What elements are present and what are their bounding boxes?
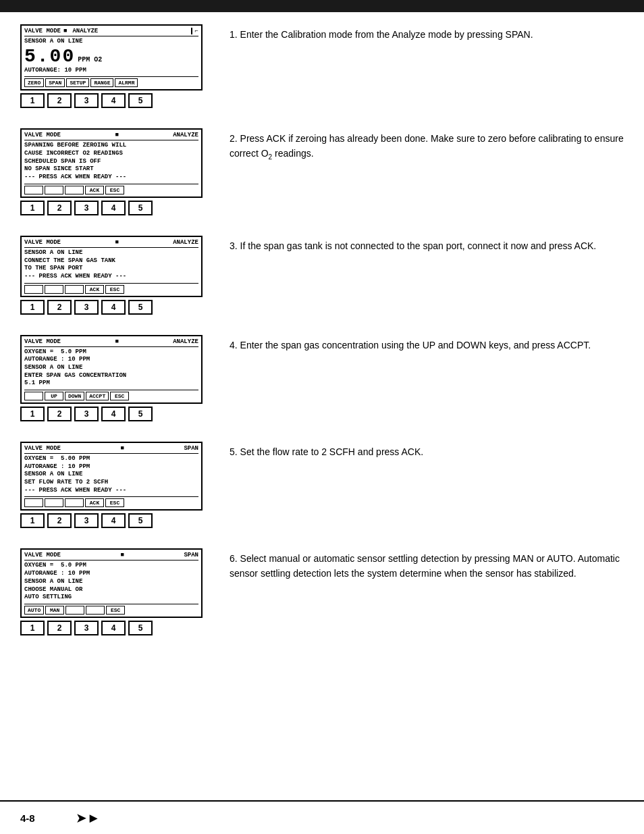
num-btn-3-1[interactable]: 1 (20, 300, 45, 315)
s4-l5: 5.1 PPM (24, 380, 198, 388)
s6-l3: SENSOR A ON LINE (24, 578, 198, 586)
header-right-6: SPAN (184, 552, 198, 558)
btn-4-esc[interactable]: ESC (110, 392, 129, 400)
num-btn-6-5[interactable]: 5 (128, 621, 153, 635)
button-row-1: ZERO SPAN SETUP RANGE ALRMR (24, 76, 198, 87)
num-btn-6-4[interactable]: 4 (101, 621, 126, 635)
btn-6-auto[interactable]: AUTO (24, 606, 44, 615)
btn-5-esc[interactable]: ESC (105, 498, 124, 507)
btn-2-empty2 (45, 186, 63, 194)
btn-3-empty1 (24, 285, 43, 294)
btn-3-esc[interactable]: ESC (105, 285, 124, 294)
device-screen-2: VALVE MODE ■ ANALYZE SPANNING BEFORE ZER… (20, 128, 203, 197)
s5-l4: SET FLOW RATE TO 2 SCFH (24, 479, 198, 487)
num-btn-1-2[interactable]: 2 (47, 93, 72, 108)
device-screen-5: VALVE MODE ■ SPAN OXYGEN = 5.00 PPM AUTO… (20, 442, 203, 511)
num-btn-1-1[interactable]: 1 (20, 93, 45, 108)
num-btn-4-3[interactable]: 3 (74, 407, 99, 421)
step-4-group: VALVE MODE ■ ANALYZE OXYGEN = 5.0 PPM AU… (20, 335, 624, 421)
s5-l3: SENSOR A ON LINE (24, 471, 198, 479)
num-btn-3-3[interactable]: 3 (74, 300, 99, 315)
btn-6-man[interactable]: MAN (45, 606, 64, 615)
step-6-screen: VALVE MODE ■ SPAN OXYGEN = 5.0 PPM AUTOR… (20, 548, 216, 635)
step-6-text: 6. Select manual or automatic sensor set… (216, 548, 624, 581)
step-4-screen: VALVE MODE ■ ANALYZE OXYGEN = 5.0 PPM AU… (20, 335, 216, 421)
s6-l2: AUTORANGE : 10 PPM (24, 570, 198, 578)
btn-alrmr[interactable]: ALRMR (115, 78, 138, 87)
btn-setup[interactable]: SETUP (66, 78, 89, 87)
num-btn-1-3[interactable]: 3 (74, 93, 99, 108)
btn-2-esc[interactable]: ESC (105, 186, 124, 194)
header-left-3: VALVE MODE (24, 239, 61, 246)
step-5-text: 5. Set the flow rate to 2 SCFH and press… (216, 442, 624, 460)
step-4-number: 4. (230, 340, 238, 350)
header-right-4: ANALYZE (173, 338, 198, 345)
num-btn-4-1[interactable]: 1 (20, 407, 45, 421)
num-btn-2-4[interactable]: 4 (101, 201, 126, 215)
header-left-6: VALVE MODE (24, 552, 61, 558)
btn-6-esc[interactable]: ESC (106, 606, 125, 615)
num-btn-5-4[interactable]: 4 (101, 513, 126, 528)
btn-3-ack[interactable]: ACK (85, 285, 104, 294)
s3-l5: --- PRESS ACK WHEN READY --- (24, 273, 198, 281)
s4-l1: OXYGEN = 5.0 PPM (24, 348, 198, 357)
num-btn-4-4[interactable]: 4 (101, 407, 126, 421)
num-btn-2-3[interactable]: 3 (74, 201, 99, 215)
big-number-1: 5.00 (24, 46, 75, 67)
btn-4-up[interactable]: UP (45, 392, 63, 400)
num-btn-3-2[interactable]: 2 (47, 300, 72, 315)
button-row-3: ACK ESC (24, 283, 198, 294)
button-row-5: ACK ESC (24, 496, 198, 507)
num-btn-2-1[interactable]: 1 (20, 201, 45, 215)
num-btn-3-5[interactable]: 5 (128, 300, 153, 315)
num-btn-4-2[interactable]: 2 (47, 407, 72, 421)
num-btn-5-3[interactable]: 3 (74, 513, 99, 528)
btn-6-empty2 (86, 606, 105, 615)
s6-l4: CHOOSE MANUAL OR (24, 586, 198, 594)
step-3-screen: VALVE MODE ■ ANALYZE SENSOR A ON LINE CO… (20, 236, 216, 315)
header-sep-3: ■ (115, 239, 118, 246)
s2-l1: SPANNING BEFORE ZEROING WILL (24, 142, 198, 150)
step-3-group: VALVE MODE ■ ANALYZE SENSOR A ON LINE CO… (20, 236, 624, 315)
btn-span[interactable]: SPAN (45, 78, 65, 87)
num-btn-5-1[interactable]: 1 (20, 513, 45, 528)
btn-3-empty2 (45, 285, 63, 294)
num-buttons-6: 1 2 3 4 5 (20, 621, 216, 635)
step-5-number: 5. (230, 446, 238, 457)
num-btn-5-2[interactable]: 2 (47, 513, 72, 528)
num-btn-1-5[interactable]: 5 (128, 93, 153, 108)
num-btn-2-2[interactable]: 2 (47, 201, 72, 215)
num-btn-2-5[interactable]: 5 (128, 201, 153, 215)
header-left-4: VALVE MODE (24, 338, 61, 345)
btn-5-ack[interactable]: ACK (85, 498, 104, 507)
ppm-label-1: PPM O2 (78, 56, 102, 63)
num-btn-3-4[interactable]: 4 (101, 300, 126, 315)
step-1-screen: VALVE MODE ■ ANALYZE ⌐ SENSOR A ON LINE … (20, 24, 216, 108)
btn-4-down[interactable]: DOWN (65, 392, 84, 400)
btn-zero[interactable]: ZERO (24, 78, 44, 87)
s2-l2: CAUSE INCORRECT O2 READINGS (24, 150, 198, 158)
header-left-1: VALVE MODE (24, 28, 61, 34)
step-3-number: 3. (230, 240, 238, 251)
s6-l5: AUTO SETTLING (24, 594, 198, 602)
step-5-content: Set the flow rate to 2 SCFH and press AC… (240, 446, 424, 457)
num-btn-6-1[interactable]: 1 (20, 621, 45, 635)
num-btn-5-5[interactable]: 5 (128, 513, 153, 528)
num-btn-6-2[interactable]: 2 (47, 621, 72, 635)
btn-4-accpt[interactable]: ACCPT (86, 392, 109, 400)
device-screen-6: VALVE MODE ■ SPAN OXYGEN = 5.0 PPM AUTOR… (20, 548, 203, 617)
s3-l2: CONNECT THE SPAN GAS TANK (24, 257, 198, 265)
button-row-4: UP DOWN ACCPT ESC (24, 390, 198, 400)
step-6-group: VALVE MODE ■ SPAN OXYGEN = 5.0 PPM AUTOR… (20, 548, 624, 635)
step-4-content: Enter the span gas concentration using t… (240, 340, 591, 350)
screen-line-1a: SENSOR A ON LINE (24, 38, 198, 46)
num-buttons-1: 1 2 3 4 5 (20, 93, 216, 108)
num-btn-6-3[interactable]: 3 (74, 621, 99, 635)
btn-range[interactable]: RANGE (90, 78, 113, 87)
s3-l1: SENSOR A ON LINE (24, 249, 198, 257)
header-sep-2: ■ (115, 132, 118, 138)
num-btn-1-4[interactable]: 4 (101, 93, 126, 108)
num-btn-4-5[interactable]: 5 (128, 407, 153, 421)
s4-l4: ENTER SPAN GAS CONCENTRATION (24, 372, 198, 380)
btn-2-ack[interactable]: ACK (85, 186, 104, 194)
